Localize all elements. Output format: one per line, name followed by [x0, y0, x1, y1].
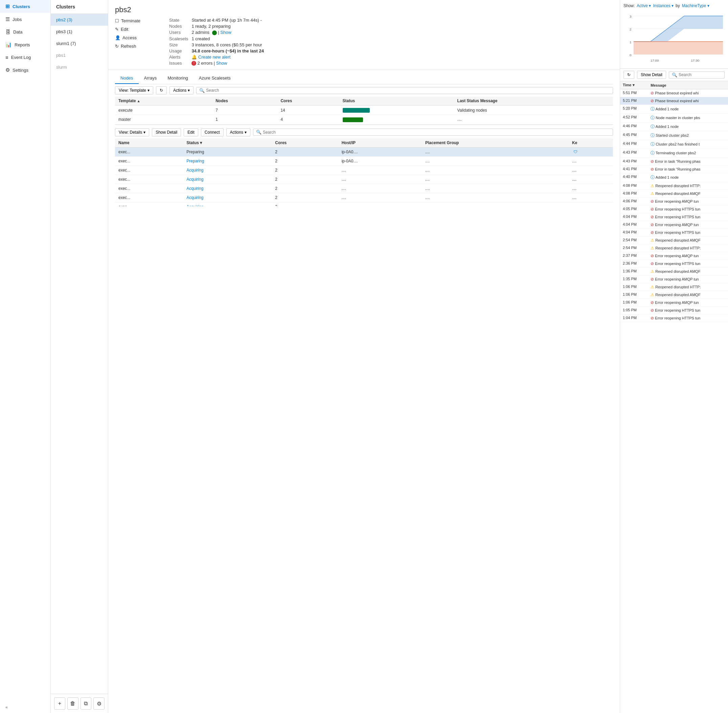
log-table-row[interactable]: 5:20 PM ⓘ Added 1 node [620, 105, 728, 114]
cluster-item-3[interactable]: pbs1 [51, 49, 108, 61]
instances-table-container: NameStatus ▾CoresHost/IPPlacement GroupK… [115, 139, 613, 206]
show-detail-button[interactable]: Show Detail [152, 128, 181, 136]
nodes-refresh-button[interactable]: ↻ [156, 86, 167, 94]
sidebar-item-jobs[interactable]: ☰Jobs [0, 13, 51, 26]
instances-table-row[interactable]: exec... Preparing 2 ip-0A0.... .... 🛡 [115, 147, 613, 156]
users-show-link[interactable]: Show [220, 30, 231, 35]
sidebar-item-clusters[interactable]: ⊞Clusters [0, 0, 51, 13]
tabs-bar: NodesArraysMonitoringAzure Scalesets [115, 73, 613, 84]
log-table-row[interactable]: 1:04 PM ⊘ Error reopening HTTPS tun [620, 314, 728, 322]
tab-nodes[interactable]: Nodes [115, 73, 139, 84]
active-dropdown[interactable]: Active ▾ [637, 3, 651, 8]
log-table-row[interactable]: 2:54 PM ⚠ Reopened disrupted AMQF [620, 237, 728, 244]
message-cell: ⊘ Error reopening AMQP tun [648, 221, 728, 229]
edit-button[interactable]: Edit [184, 128, 198, 136]
edit-action-button[interactable]: ✎Edit [115, 26, 159, 33]
message-cell: ⊘ Phase timeout expired whi [648, 97, 728, 105]
log-table-row[interactable]: 2:54 PM ⚠ Reopened disrupted HTTP: [620, 244, 728, 252]
connect-button[interactable]: Connect [201, 128, 223, 136]
info-value: Started at 4:45 PM (up 1h 7m 44s) - [192, 18, 264, 23]
tab-monitoring[interactable]: Monitoring [162, 73, 194, 84]
scalesets-value: 1 created [192, 36, 210, 41]
sidebar-collapse[interactable]: « [0, 701, 51, 713]
log-table-row[interactable]: 1:06 PM ⚠ Reopened disrupted AMQF [620, 291, 728, 299]
message-cell: ⓘ Added 1 node [648, 105, 728, 114]
issues-show-link[interactable]: Show [216, 61, 227, 66]
view-details-button[interactable]: View: Details ▾ [115, 128, 149, 136]
log-table-row[interactable]: 1:06 PM ⊘ Error reopening AMQP tun [620, 299, 728, 307]
log-table-row[interactable]: 4:52 PM ⓘ Node master in cluster pbs [620, 114, 728, 122]
log-table-row[interactable]: 5:51 PM ⊘ Phase timeout expired whi [620, 89, 728, 97]
cluster-item-0[interactable]: pbs2 (3) [51, 14, 108, 26]
copy-cluster-button[interactable]: ⧉ [80, 697, 92, 710]
log-table-row[interactable]: 4:40 PM ⓘ Added 1 node [620, 173, 728, 182]
instances-table-row[interactable]: exec... Acquiring 2 .... .... .... [115, 184, 613, 193]
log-table-row[interactable]: 2:36 PM ⊘ Error reopening HTTPS tun [620, 260, 728, 268]
log-refresh-button[interactable]: ↻ [624, 71, 634, 79]
sidebar-item-data[interactable]: 🗄Data [0, 26, 51, 38]
log-table-row[interactable]: 4:43 PM ⊘ Error in task "Running phas [620, 158, 728, 166]
instances-table-row[interactable]: exec... Acquiring 2 .... .... .... [115, 175, 613, 184]
log-table-row[interactable]: 4:05 PM ⊘ Error reopening HTTPS tun [620, 206, 728, 213]
nodes-refresh-icon: ↻ [160, 88, 163, 93]
time-cell: 4:43 PM [620, 149, 648, 158]
log-table-row[interactable]: 4:08 PM ⚠ Reopened disrupted AMQF [620, 190, 728, 198]
instances-dropdown[interactable]: Instances ▾ [653, 3, 673, 8]
actions-button[interactable]: Actions ▾ [170, 86, 194, 94]
view-template-button[interactable]: View: Template ▾ [115, 86, 153, 94]
log-table-row[interactable]: 1:36 PM ⚠ Reopened disrupted AMQF [620, 268, 728, 276]
sidebar-item-settings[interactable]: ⚙Settings [0, 64, 51, 76]
host-cell: .... [338, 184, 422, 193]
cluster-actions: ☐Terminate✎Edit👤Access↻Refresh [115, 18, 159, 66]
instances-table-row[interactable]: exec... Acquiring 2 .... .... .... [115, 166, 613, 175]
show-label: Show: [624, 3, 635, 8]
log-table-row[interactable]: 4:04 PM ⊘ Error reopening AMQP tun [620, 221, 728, 229]
nodes-table-row[interactable]: master 1 4 .... [115, 115, 613, 124]
log-table-row[interactable]: 2:37 PM ⊘ Error reopening AMQP tun [620, 252, 728, 260]
edit-icon: ✎ [115, 27, 119, 32]
tab-arrays[interactable]: Arrays [139, 73, 162, 84]
sidebar-item-reports[interactable]: 📊Reports [0, 38, 51, 51]
log-table-row[interactable]: 4:43 PM ⓘ Terminating cluster pbs2 [620, 149, 728, 158]
add-cluster-button[interactable]: + [54, 697, 65, 710]
settings-cluster-button[interactable]: ⚙ [93, 697, 104, 710]
log-table-row[interactable]: 4:04 PM ⊘ Error reopening HTTPS tun [620, 213, 728, 221]
nodes-table-container: Template▲NodesCoresStatusLast Status Mes… [115, 97, 613, 125]
refresh-action-button[interactable]: ↻Refresh [115, 43, 159, 49]
log-table-row[interactable]: 4:46 PM ⓘ Added 1 node [620, 122, 728, 131]
instances-table-row[interactable]: exec... Acquiring 2 .... .... .... [115, 193, 613, 202]
log-table-row[interactable]: 5:21 PM ⊘ Phase timeout expired whi [620, 97, 728, 105]
log-table-row[interactable]: 4:41 PM ⊘ Error in task "Running phas [620, 166, 728, 173]
log-table-row[interactable]: 1:06 PM ⚠ Reopened disrupted HTTP: [620, 283, 728, 291]
log-table-row[interactable]: 1:35 PM ⊘ Error reopening AMQP tun [620, 276, 728, 283]
delete-cluster-button[interactable]: 🗑 [67, 697, 79, 710]
log-table-row[interactable]: 4:08 PM ⚠ Reopened disrupted HTTP: [620, 182, 728, 190]
machine-type-dropdown[interactable]: MachineType ▾ [682, 3, 709, 8]
instances-search-icon: 🔍 [256, 130, 262, 135]
access-action-button[interactable]: 👤Access [115, 34, 159, 41]
log-table-row[interactable]: 4:06 PM ⊘ Error reopening AMQP tun [620, 198, 728, 206]
log-table-row[interactable]: 4:04 PM ⊘ Error reopening HTTPS tun [620, 229, 728, 237]
message-cell: ⓘ Cluster pbs2 has finished t [648, 140, 728, 149]
instances-table-row[interactable]: exec... Preparing 2 ip-0A0.... .... .... [115, 156, 613, 166]
error-icon: ⊘ [651, 167, 654, 172]
alerts-link[interactable]: 🔔 Create new alert [192, 54, 230, 60]
nodes-search-input[interactable] [206, 88, 610, 93]
nodes-table-row[interactable]: execute 7 14 Validating nodes [115, 106, 613, 115]
tab-azure_scalesets[interactable]: Azure Scalesets [194, 73, 236, 84]
instances-search-input[interactable] [263, 130, 610, 135]
instances-table-row[interactable]: exec... Acquiring 2 .... .... .... [115, 202, 613, 206]
cluster-item-2[interactable]: slurm1 (7) [51, 37, 108, 49]
show-detail-log-button[interactable]: Show Detail [637, 71, 666, 79]
terminate-action-button[interactable]: ☐Terminate [115, 18, 159, 24]
sidebar-item-eventlog[interactable]: ≡Event Log [0, 51, 51, 64]
cluster-item-4[interactable]: slurm [51, 61, 108, 73]
bottom-actions-button[interactable]: Actions ▾ [226, 128, 250, 136]
log-search-input[interactable] [679, 72, 722, 77]
log-table-row[interactable]: 4:44 PM ⓘ Cluster pbs2 has finished t [620, 140, 728, 149]
cluster-item-1[interactable]: pbs3 (1) [51, 26, 108, 37]
log-table-row[interactable]: 4:45 PM ⓘ Started cluster pbs2 [620, 131, 728, 140]
time-cell: 2:54 PM [620, 244, 648, 252]
access-icon: 👤 [115, 35, 121, 40]
log-table-row[interactable]: 1:05 PM ⊘ Error reopening HTTPS tun [620, 307, 728, 314]
